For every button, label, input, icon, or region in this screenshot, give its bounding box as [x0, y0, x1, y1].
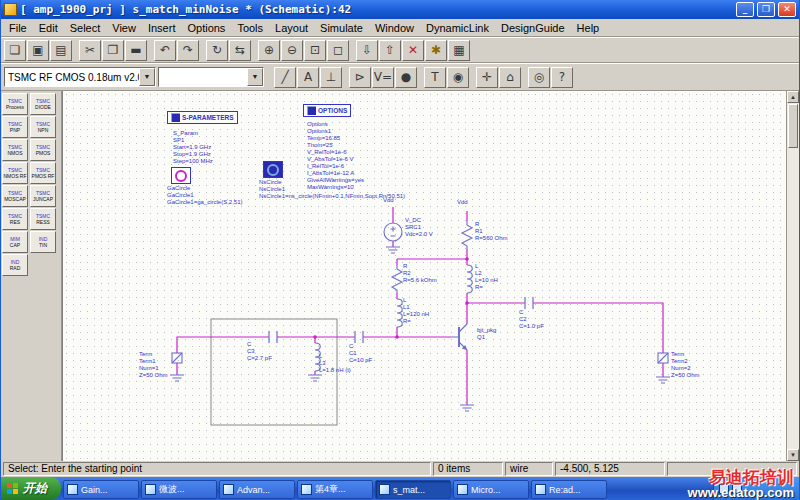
menu-item[interactable]: Layout — [269, 21, 314, 35]
palette-tsmc-diode[interactable]: TSMC DIODE — [30, 93, 56, 115]
options-controller[interactable]: OPTIONS — [303, 104, 351, 117]
menu-item[interactable]: DynamicLink — [420, 21, 495, 35]
c1-capacitor[interactable] — [355, 331, 363, 343]
q1-label[interactable]: bjt_pkg Q1 — [477, 327, 496, 341]
l2-inductor[interactable] — [467, 265, 472, 293]
task-smatch[interactable]: s_mat... — [375, 480, 451, 499]
help-button[interactable]: ? — [551, 67, 573, 88]
palette-ind-tin[interactable]: IND TIN — [30, 231, 56, 253]
term2-label[interactable]: Term Term2 Num=2 Z=50 Ohm — [671, 351, 700, 379]
scroll-down-icon[interactable]: ▼ — [787, 449, 799, 461]
insert-wire-button[interactable]: ╱ — [274, 67, 296, 88]
l1-inductor[interactable] — [397, 299, 402, 327]
task-microwave[interactable]: 微波... — [141, 480, 217, 499]
print-button[interactable]: ▤ — [50, 40, 72, 61]
task-gain[interactable]: Gain... — [63, 480, 139, 499]
simulate-button[interactable]: ✱ — [425, 40, 447, 61]
palette-tsmc-process[interactable]: TSMC Process — [2, 93, 28, 115]
redo-button[interactable]: ↷ — [177, 40, 199, 61]
menu-item[interactable]: Select — [64, 21, 107, 35]
data-display-button[interactable]: ◎ — [528, 67, 550, 88]
tray-icon[interactable] — [719, 484, 729, 494]
library-browser-button[interactable]: ⌂ — [499, 67, 521, 88]
gacircle-equation[interactable]: GaCircle GaCircle1 GaCircle1=ga_circle(S… — [167, 185, 243, 206]
vdd-node-label[interactable]: Vdd — [383, 197, 394, 204]
paste-button[interactable]: ▬ — [125, 40, 147, 61]
palette-tsmc-pnp[interactable]: TSMC PNP — [2, 116, 28, 138]
palette-tsmc-pmos-rf[interactable]: TSMC PMOS RF — [30, 162, 56, 184]
r1-resistor[interactable] — [462, 221, 472, 249]
pop-hierarchy-button[interactable]: ⇧ — [379, 40, 401, 61]
menu-item[interactable]: File — [3, 21, 33, 35]
component-history-select[interactable]: ▼ — [158, 67, 264, 87]
r1-label[interactable]: R R1 R=560 Ohm — [475, 221, 508, 242]
palette-tsmc-pmos[interactable]: TSMC PMOS — [30, 139, 56, 161]
highlight-button[interactable]: ◉ — [447, 67, 469, 88]
scrollbar-track[interactable] — [787, 149, 799, 449]
scrollbar-thumb[interactable] — [788, 104, 798, 148]
task-readme[interactable]: Re:ad... — [531, 480, 607, 499]
vdc-source[interactable] — [384, 223, 402, 241]
menu-item[interactable]: Tools — [231, 21, 269, 35]
open-file-button[interactable]: ❏ — [4, 40, 26, 61]
mirror-button[interactable]: ⇆ — [229, 40, 251, 61]
palette-tsmc-ress[interactable]: TSMC RESS — [30, 208, 56, 230]
c1-label[interactable]: C C1 C=10 pF — [349, 343, 372, 364]
ground-symbol[interactable] — [460, 405, 474, 411]
ground-symbol[interactable] — [308, 375, 322, 381]
r2-resistor[interactable] — [392, 265, 402, 293]
c3-label[interactable]: C C3 C=2.7 pF — [247, 341, 272, 362]
palette-tsmc-moscap[interactable]: TSMC MOSCAP — [2, 185, 28, 207]
menu-item[interactable]: Options — [181, 21, 231, 35]
insert-ground-button[interactable]: ⊥ — [320, 67, 342, 88]
palette-tsmc-nmos[interactable]: TSMC NMOS — [2, 139, 28, 161]
palette-tsmc-nmos-rf[interactable]: TSMC NMOS RF — [2, 162, 28, 184]
insert-text-button[interactable]: T — [424, 67, 446, 88]
r2-label[interactable]: R R2 R=5.6 kOhm — [403, 263, 437, 284]
c2-label[interactable]: C C2 C=1.0 pF — [519, 309, 544, 330]
chevron-down-icon[interactable]: ▼ — [139, 68, 155, 86]
ground-symbol[interactable] — [170, 375, 184, 381]
l1-label[interactable]: L L1 L=120 nH R= — [403, 297, 429, 325]
sparameters-controller[interactable]: S-PARAMETERS — [167, 111, 238, 124]
c2-capacitor[interactable] — [525, 297, 533, 309]
copy-button[interactable]: ❐ — [102, 40, 124, 61]
menu-item[interactable]: Window — [369, 21, 420, 35]
l2-label[interactable]: L L2 L=10 nH R= — [475, 263, 498, 291]
nscircle-icon[interactable] — [263, 161, 283, 178]
node-name-button[interactable]: ● — [395, 67, 417, 88]
menu-item[interactable]: Edit — [33, 21, 64, 35]
menu-item[interactable]: View — [106, 21, 142, 35]
zoom-in-button[interactable]: ⊕ — [258, 40, 280, 61]
vdc-label[interactable]: V_DC SRC1 Vdc=2.0 V — [405, 217, 433, 238]
zoom-area-button[interactable]: ⊡ — [304, 40, 326, 61]
insert-wire-label-button[interactable]: A — [297, 67, 319, 88]
cut-button[interactable]: ✂ — [79, 40, 101, 61]
scroll-up-icon[interactable]: ▲ — [787, 91, 799, 103]
layout-button[interactable]: ▦ — [448, 40, 470, 61]
q1-transistor[interactable] — [451, 324, 467, 350]
component-library-select[interactable]: TSMC RF CMOS 0.18um v2.0 ▼ — [4, 67, 156, 87]
ground-symbol[interactable] — [386, 247, 400, 253]
tray-icon[interactable] — [732, 484, 742, 494]
undo-button[interactable]: ↶ — [154, 40, 176, 61]
maximize-button[interactable]: ❐ — [757, 2, 775, 17]
goto-button[interactable]: ✛ — [476, 67, 498, 88]
palette-tsmc-juncap[interactable]: TSMC JUNCAP — [30, 185, 56, 207]
insert-port-button[interactable]: ⊳ — [349, 67, 371, 88]
task-chapter4[interactable]: 第4章... — [297, 480, 373, 499]
minimize-button[interactable]: _ — [736, 2, 754, 17]
chevron-down-icon[interactable]: ▼ — [247, 68, 263, 86]
palette-tsmc-res[interactable]: TSMC RES — [2, 208, 28, 230]
task-advanced[interactable]: Advan... — [219, 480, 295, 499]
palette-ind-rad[interactable]: IND RAD — [2, 254, 28, 276]
term1-label[interactable]: Term Term1 Num=1 Z=50 Ohm — [139, 351, 168, 379]
push-hierarchy-button[interactable]: ⇩ — [356, 40, 378, 61]
menu-item[interactable]: Simulate — [314, 21, 369, 35]
vdd-node-label[interactable]: Vdd — [457, 199, 468, 206]
menu-item[interactable]: Help — [571, 21, 606, 35]
gacircle-icon[interactable] — [171, 167, 191, 184]
palette-mim-cap[interactable]: MIM CAP — [2, 231, 28, 253]
save-button[interactable]: ▣ — [27, 40, 49, 61]
schematic-canvas[interactable]: S-PARAMETERS S_Param SP1 Start=1.9 GHz S… — [62, 91, 786, 461]
